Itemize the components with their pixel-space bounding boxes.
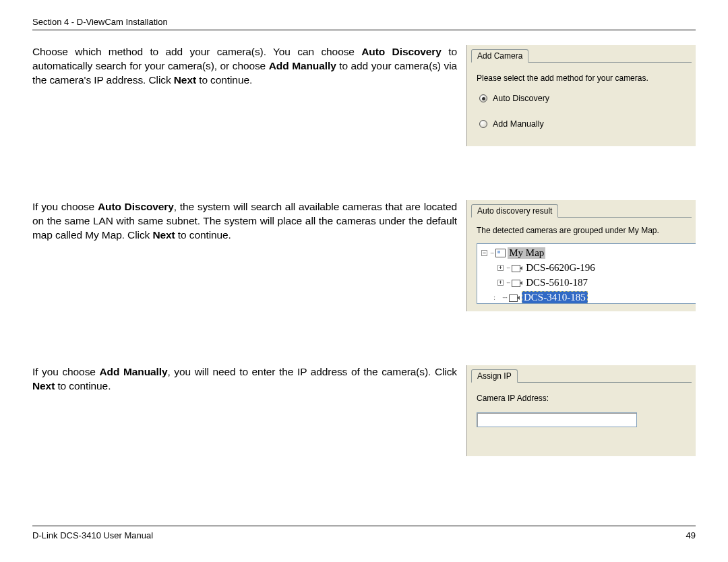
camera-tree[interactable]: − ··· My Map + ··· DCS-6620G-196 [477, 243, 696, 304]
radio-auto-discovery-row[interactable]: Auto Discovery [479, 94, 686, 103]
panel-assign-ip: Assign IP Camera IP Address: [466, 365, 696, 456]
radio-auto-discovery-label: Auto Discovery [493, 94, 549, 103]
row-assign-ip: If you choose Add Manually, you will nee… [32, 365, 696, 456]
tree-root-label[interactable]: My Map [508, 247, 545, 259]
camera-ip-label: Camera IP Address: [477, 394, 686, 403]
radio-add-manually-label: Add Manually [493, 119, 544, 129]
expand-minus-icon[interactable]: − [481, 250, 487, 256]
tree-item-label[interactable]: DCS-5610-187 [524, 277, 589, 288]
tree-root-row[interactable]: − ··· My Map [477, 245, 696, 260]
tab-discovery-result[interactable]: Auto discovery result [471, 204, 558, 218]
panel-add-camera: Add Camera Please select the add method … [466, 45, 696, 146]
tree-item-row[interactable]: : ···· DCS-3410-185 [477, 290, 696, 304]
tree-item-label[interactable]: DCS-6620G-196 [524, 262, 597, 274]
footer-page-number: 49 [686, 530, 696, 540]
row-add-camera: Choose which method to add your camera(s… [32, 45, 696, 146]
radio-add-manually-row[interactable]: Add Manually [479, 119, 686, 129]
add-camera-prompt: Please select the add method for your ca… [477, 73, 686, 83]
panel-discovery: Auto discovery result The detected camer… [466, 200, 696, 311]
instructions-add-camera: Choose which method to add your camera(s… [32, 45, 464, 88]
tree-item-label-selected[interactable]: DCS-3410-185 [522, 291, 588, 304]
radio-add-manually[interactable] [479, 120, 487, 128]
instructions-auto-discovery: If you choose Auto Discovery, the system… [32, 200, 464, 243]
row-auto-discovery: If you choose Auto Discovery, the system… [32, 200, 696, 311]
footer-left: D-Link DCS-3410 User Manual [32, 530, 153, 540]
expand-plus-icon[interactable]: + [497, 265, 504, 271]
tab-assign-ip[interactable]: Assign IP [471, 369, 518, 383]
camera-icon [509, 294, 520, 301]
expand-plus-icon[interactable]: + [497, 280, 504, 286]
instructions-assign-ip: If you choose Add Manually, you will nee… [32, 365, 464, 394]
map-icon [495, 249, 506, 257]
camera-icon [512, 264, 522, 272]
camera-ip-input[interactable] [477, 412, 637, 427]
tab-add-camera[interactable]: Add Camera [471, 49, 528, 63]
discovery-prompt: The detected cameras are grouped under M… [477, 226, 696, 235]
page-footer: D-Link DCS-3410 User Manual 49 [32, 526, 696, 540]
radio-auto-discovery[interactable] [479, 94, 487, 102]
camera-icon [512, 279, 522, 286]
page-header: Section 4 - D-ViewCam Installation [32, 17, 696, 30]
tree-item-row[interactable]: + ··· DCS-5610-187 [477, 275, 696, 290]
section-title: Section 4 - D-ViewCam Installation [32, 17, 168, 27]
tree-item-row[interactable]: + ··· DCS-6620G-196 [477, 260, 696, 275]
